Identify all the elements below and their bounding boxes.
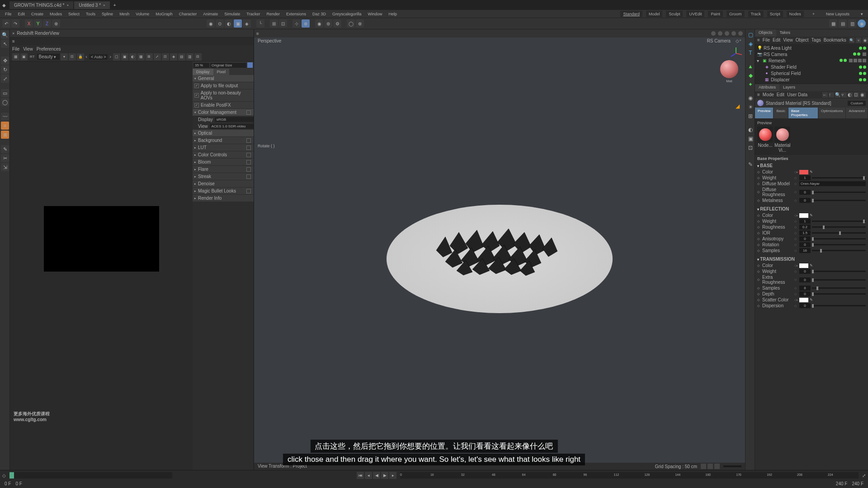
vp-dot-1[interactable] bbox=[711, 31, 716, 36]
rv-i11[interactable]: ⊟ bbox=[194, 53, 202, 61]
end-frame-2[interactable]: 240 F bbox=[852, 481, 863, 486]
layout-script[interactable]: Script bbox=[767, 11, 783, 17]
layout-nodes[interactable]: Nodes bbox=[787, 11, 804, 17]
vp-slider[interactable] bbox=[723, 465, 741, 467]
metal-slider[interactable] bbox=[812, 200, 866, 201]
close-icon[interactable]: × bbox=[12, 31, 14, 36]
search-icon[interactable]: 🔍 bbox=[1, 31, 9, 39]
base-section[interactable]: ▾ BASE bbox=[757, 162, 866, 169]
move-icon[interactable]: ✥ bbox=[1, 56, 9, 65]
tsamples-input[interactable]: 8 bbox=[799, 286, 811, 291]
rotate-icon[interactable]: ↻ bbox=[1, 66, 9, 74]
menu-gsg[interactable]: Greyscalegorilla bbox=[330, 11, 364, 17]
tool-4[interactable]: ▣ bbox=[234, 19, 242, 28]
hamburger-icon[interactable]: ≡ bbox=[757, 92, 760, 98]
obj-shader-field[interactable]: ◈Shader Field bbox=[756, 64, 867, 70]
timeline-ruler-2[interactable]: 0 16 32 48 64 80 96 112 128 144 160 176 … bbox=[400, 472, 859, 479]
objects-tab[interactable]: Objects bbox=[755, 29, 776, 37]
panel-3[interactable]: ▥ bbox=[848, 19, 856, 28]
rv-btn-3[interactable]: ▾ bbox=[61, 53, 68, 61]
menu-create[interactable]: Create bbox=[28, 11, 46, 17]
mtab-preview[interactable]: Preview bbox=[755, 108, 773, 118]
diffmodel-dropdown[interactable]: Oren-Nayar bbox=[799, 181, 866, 186]
rv-i10[interactable]: ▥ bbox=[186, 53, 193, 61]
trans-color-swatch[interactable] bbox=[799, 263, 808, 268]
primitive-icon[interactable]: ◈ bbox=[746, 40, 755, 48]
generator-icon[interactable]: ▲ bbox=[746, 62, 755, 70]
diffrough-slider[interactable] bbox=[812, 192, 866, 193]
trans-weight-slider[interactable] bbox=[812, 271, 866, 272]
zoom-dropdown[interactable]: 35 % bbox=[193, 63, 209, 68]
snap-4[interactable]: ⊕ bbox=[302, 19, 310, 28]
bloom-section[interactable]: ▸Bloom bbox=[193, 159, 254, 165]
tsamples-slider[interactable] bbox=[812, 287, 866, 289]
rv-i5[interactable]: ⊞ bbox=[146, 53, 153, 61]
camera-icon[interactable]: ◉ bbox=[746, 94, 755, 102]
menu-edit[interactable]: Edit bbox=[15, 11, 28, 17]
obj-area-light[interactable]: 💡RS Area Light bbox=[756, 45, 867, 51]
cursor-icon[interactable]: ↖ bbox=[1, 40, 9, 48]
rv-i7[interactable]: ⊡ bbox=[162, 53, 169, 61]
menu-extensions[interactable]: Extensions bbox=[283, 11, 309, 17]
nav-i3[interactable]: ⊡ bbox=[854, 92, 859, 98]
menu-daz3d[interactable]: Daz 3D bbox=[310, 11, 329, 17]
layout-groom[interactable]: Groom bbox=[726, 11, 745, 17]
menu-file[interactable]: File bbox=[2, 11, 14, 17]
toggle-button[interactable] bbox=[247, 62, 253, 68]
layout-model[interactable]: Model bbox=[646, 11, 663, 17]
close-icon[interactable]: × bbox=[67, 3, 69, 7]
render-5[interactable]: ⊛ bbox=[356, 19, 364, 28]
next-frame-button[interactable]: ▸ bbox=[389, 472, 396, 479]
custom-dropdown[interactable]: Custom bbox=[848, 101, 866, 106]
tool-3[interactable]: ◐ bbox=[225, 19, 233, 28]
eyedropper-icon[interactable]: ✎ bbox=[810, 170, 814, 174]
play-button[interactable]: ▶ bbox=[381, 472, 388, 479]
eyedropper-icon[interactable]: ✎ bbox=[810, 263, 814, 267]
snap-2[interactable]: ⊡ bbox=[279, 19, 287, 28]
tool-6[interactable]: └ bbox=[256, 19, 264, 28]
rv-i3[interactable]: ◐ bbox=[129, 53, 137, 61]
disp-slider[interactable] bbox=[812, 305, 866, 306]
axis-gizmo[interactable] bbox=[729, 47, 743, 60]
rv-i8[interactable]: ◈ bbox=[170, 53, 177, 61]
ior-input[interactable]: 1.5 bbox=[799, 230, 811, 235]
obj-spherical-field[interactable]: ●Spherical Field bbox=[756, 70, 867, 76]
view-dropdown[interactable]: ACES 1.0 SDR-video bbox=[210, 124, 254, 129]
rv-btn-lock[interactable]: 🔒 bbox=[77, 53, 84, 61]
prev-frame-button[interactable]: ◀ bbox=[373, 472, 380, 479]
nav-search[interactable]: 🔍 bbox=[835, 92, 840, 98]
rough-slider[interactable] bbox=[812, 226, 866, 228]
denoise-section[interactable]: ▸Denoise bbox=[193, 180, 254, 187]
light-gizmo-icon[interactable]: ◢ bbox=[736, 103, 740, 109]
apply-file-check[interactable]: ✓Apply to file output bbox=[193, 82, 254, 89]
pen-icon[interactable]: ✎ bbox=[1, 145, 9, 153]
diffrough-input[interactable]: 0 bbox=[799, 190, 811, 195]
nav-i4[interactable]: ◉ bbox=[860, 92, 866, 98]
tool-5[interactable]: ◈ bbox=[243, 19, 251, 28]
obj-menu-object[interactable]: Object bbox=[796, 38, 809, 43]
rot-input[interactable]: 0 bbox=[799, 242, 811, 247]
z-axis-button[interactable]: Z bbox=[43, 19, 51, 28]
obj-menu-edit[interactable]: Edit bbox=[773, 38, 780, 43]
rot-slider[interactable] bbox=[812, 244, 866, 245]
tool-orange-2[interactable]: ≣ bbox=[1, 131, 9, 139]
menu-select[interactable]: Select bbox=[66, 11, 82, 17]
transmission-section[interactable]: ▾ TRANSMISSION bbox=[757, 256, 866, 263]
text-icon[interactable]: T bbox=[746, 49, 755, 57]
eyedropper-icon[interactable]: ✎ bbox=[810, 298, 814, 302]
vp-dot-3[interactable] bbox=[725, 31, 729, 36]
rv-i4[interactable]: ▦ bbox=[137, 53, 145, 61]
aniso-slider[interactable] bbox=[812, 238, 866, 239]
menu-tools[interactable]: Tools bbox=[83, 11, 98, 17]
menu-animate[interactable]: Animate bbox=[200, 11, 221, 17]
attr-menu-mode[interactable]: Mode bbox=[763, 92, 774, 98]
start-frame[interactable]: 0 F bbox=[5, 481, 11, 486]
rv-i9[interactable]: ▤ bbox=[178, 53, 185, 61]
preview-ball-2[interactable] bbox=[774, 127, 790, 142]
render-3[interactable]: ⚙ bbox=[333, 19, 341, 28]
vp-dot-5[interactable] bbox=[738, 31, 743, 36]
trans-weight-input[interactable]: 0 bbox=[799, 269, 811, 274]
rv-i1[interactable]: ▢ bbox=[113, 53, 120, 61]
rv-menu-prefs[interactable]: Preferences bbox=[37, 47, 61, 52]
rv-btn-2[interactable]: ▣ bbox=[20, 53, 28, 61]
